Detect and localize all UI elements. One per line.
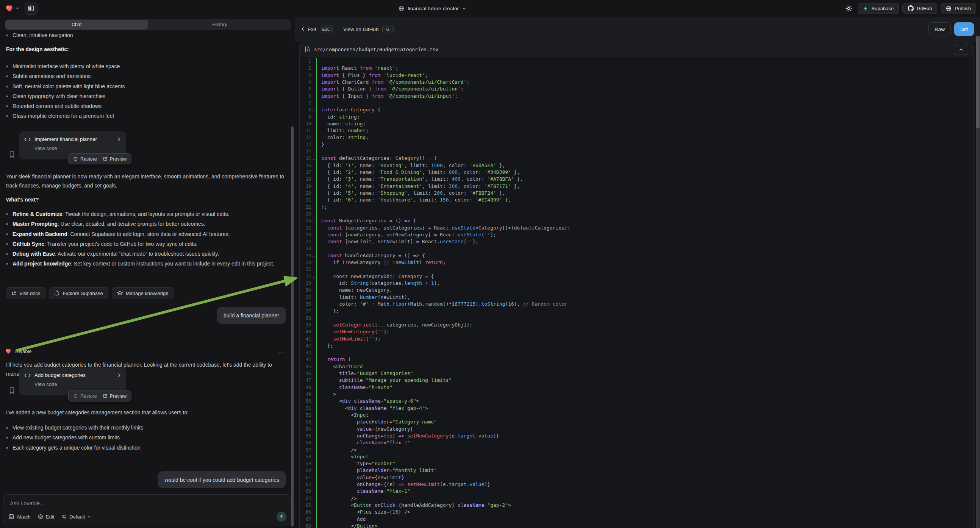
target-circle-icon bbox=[38, 514, 43, 519]
code-line: 66 <Plus size={16} /> bbox=[300, 509, 973, 515]
code-line: 38 bbox=[300, 315, 973, 321]
view-code-link[interactable]: View code bbox=[35, 382, 121, 387]
list-item: Expand with Backend: Connect Supabase to… bbox=[5, 229, 286, 239]
exit-button[interactable]: Exit esc bbox=[301, 25, 332, 33]
code-line: 42 }; bbox=[300, 342, 973, 349]
bookmark-icon[interactable] bbox=[9, 387, 15, 394]
code-line: 32⌄ const newCategoryObj: Category = { bbox=[300, 273, 973, 280]
explore-supabase-button[interactable]: Explore Supabase bbox=[49, 287, 108, 299]
code-scrollbar-track[interactable] bbox=[976, 37, 980, 528]
code-line: 36 color: '#' + Math.floor(Math.random()… bbox=[300, 301, 973, 308]
list-item: Master Prompting: Use clear, detailed, a… bbox=[5, 219, 286, 229]
g-kbd-badge: G bbox=[382, 25, 394, 33]
snippet-title: Implement financial planner bbox=[35, 136, 97, 142]
toggle-sidebar-icon[interactable] bbox=[25, 2, 38, 15]
view-on-github-button[interactable]: View on GitHub G bbox=[343, 25, 394, 33]
code-line: 13} bbox=[300, 141, 973, 148]
code-line: 20 { id: '5', name: 'Shopping', limit: 2… bbox=[300, 190, 973, 197]
code-line: 1 bbox=[300, 58, 973, 65]
bookmark-icon[interactable] bbox=[9, 151, 15, 158]
visit-docs-button[interactable]: Visit docs bbox=[6, 287, 45, 299]
code-line: 7 bbox=[300, 100, 973, 107]
preview-button[interactable]: Preview bbox=[103, 156, 127, 162]
view-code-link[interactable]: View code bbox=[35, 145, 121, 151]
code-brackets-icon bbox=[24, 137, 31, 142]
code-line: 44 return ( bbox=[300, 356, 973, 363]
project-title: financial-future-creator bbox=[407, 6, 459, 11]
code-line: 5import { Button } from '@/components/ui… bbox=[300, 86, 973, 92]
message-menu-button[interactable]: ... bbox=[279, 348, 285, 354]
diff-toggle-button[interactable]: Diff bbox=[954, 22, 974, 36]
chat-scrollbar[interactable] bbox=[291, 127, 294, 526]
code-line: 68 </Button> bbox=[300, 523, 973, 528]
list-item: Clean typography with clear hierarchies bbox=[5, 91, 285, 101]
list-item: View existing budget categories with the… bbox=[5, 423, 285, 433]
lovable-logo-heart-icon[interactable] bbox=[5, 5, 13, 12]
raw-toggle-button[interactable]: Raw bbox=[929, 22, 951, 36]
list-item: Add project knowledge: Set key context o… bbox=[5, 259, 286, 269]
send-button[interactable] bbox=[277, 512, 286, 522]
attach-button[interactable]: Attach bbox=[9, 514, 31, 520]
supabase-button[interactable]: Supabase bbox=[858, 3, 899, 14]
manage-knowledge-button[interactable]: Manage knowledge bbox=[112, 287, 174, 299]
restore-button[interactable]: Restore bbox=[73, 394, 97, 399]
code-line: 26 const [newCategory, setNewCategory] =… bbox=[300, 231, 973, 238]
code-line: 65 <Button onClick={handleAddCategory} c… bbox=[300, 502, 973, 509]
preview-button[interactable]: Preview bbox=[103, 394, 127, 399]
chat-input-box[interactable]: Ask Lovable... Attach Edit Default bbox=[3, 494, 291, 525]
project-globe-icon bbox=[399, 6, 404, 11]
code-line: 60 placeholder="Monthly limit" bbox=[300, 467, 973, 474]
code-line: 14 bbox=[300, 148, 973, 155]
code-panel: Exit esc View on GitHub G Raw Diff src/c… bbox=[295, 17, 980, 528]
code-line: 48 className="h-auto" bbox=[300, 384, 973, 391]
list-item: Subtle animations and transitions bbox=[5, 71, 285, 81]
chevron-right-icon bbox=[118, 373, 121, 378]
code-line: 63 className="flex-1" bbox=[300, 488, 973, 495]
restore-button[interactable]: Restore bbox=[73, 156, 97, 162]
code-line: 23 bbox=[300, 211, 973, 218]
code-line: 8⌄interface Category { bbox=[300, 107, 973, 113]
topbar: financial-future-creator Supabase bbox=[0, 0, 980, 17]
code-line: 22]; bbox=[300, 204, 973, 211]
model-selector[interactable]: Default bbox=[61, 514, 91, 520]
code-line: 6import { Input } from '@/components/ui/… bbox=[300, 93, 973, 100]
edit-button[interactable]: Edit bbox=[38, 514, 54, 520]
code-line: 67 Add bbox=[300, 516, 973, 523]
logo-chevron-down-icon[interactable] bbox=[16, 6, 19, 10]
code-view-header: Exit esc View on GitHub G Raw Diff bbox=[295, 17, 980, 42]
project-switcher[interactable]: financial-future-creator bbox=[399, 0, 466, 17]
code-brackets-icon bbox=[24, 373, 31, 378]
list-item: Minimalist interface with plenty of whit… bbox=[5, 61, 285, 71]
code-line: 35 limit: Number(newLimit), bbox=[300, 294, 973, 301]
code-line: 24⌄const BudgetCategories = () => { bbox=[300, 218, 973, 224]
code-scrollbar-thumb[interactable] bbox=[976, 37, 980, 128]
code-line: 51 <div className="flex gap-4"> bbox=[300, 405, 973, 412]
code-line: 50 <div className="space-y-6"> bbox=[300, 398, 973, 404]
github-button[interactable]: GitHub bbox=[902, 3, 937, 14]
user-message-bubble: build a financial planner bbox=[217, 307, 286, 324]
list-item: Each category gets a unique color for vi… bbox=[5, 443, 285, 453]
code-line: 64 /> bbox=[300, 495, 973, 502]
design-bullet-list: Minimalist interface with plenty of whit… bbox=[5, 61, 285, 121]
code-line: 49 > bbox=[300, 391, 973, 398]
code-line: 25 const [categories, setCategories] = R… bbox=[300, 224, 973, 231]
snippet-title: Add budget categories bbox=[35, 372, 86, 378]
list-item: Add new budget categories with custom li… bbox=[5, 433, 285, 442]
assistant-name: Lovable bbox=[14, 348, 32, 354]
esc-kbd-badge: esc bbox=[320, 25, 333, 33]
collapse-file-button[interactable] bbox=[954, 44, 968, 55]
tab-chat[interactable]: Chat bbox=[5, 20, 148, 30]
code-line: 43 bbox=[300, 349, 973, 356]
code-line: 27 const [newLimit, setNewLimit] = React… bbox=[300, 238, 973, 245]
publish-globe-icon bbox=[946, 6, 951, 11]
image-icon bbox=[9, 514, 14, 519]
settings-gear-icon[interactable] bbox=[843, 3, 854, 14]
code-line: 39 setCategories([...categories, newCate… bbox=[300, 321, 973, 328]
tab-history[interactable]: History bbox=[148, 19, 291, 30]
code-lines[interactable]: 12import React from 'react';3import { Pl… bbox=[300, 57, 973, 528]
publish-button[interactable]: Publish bbox=[940, 3, 976, 14]
external-link-icon bbox=[103, 394, 108, 398]
list-item: Glass-morphic elements for a premium fee… bbox=[5, 111, 285, 121]
code-line: 62 onChange={(e) => setNewLimit(e.target… bbox=[300, 481, 973, 488]
code-line: 56 className="flex-1" bbox=[300, 439, 973, 446]
